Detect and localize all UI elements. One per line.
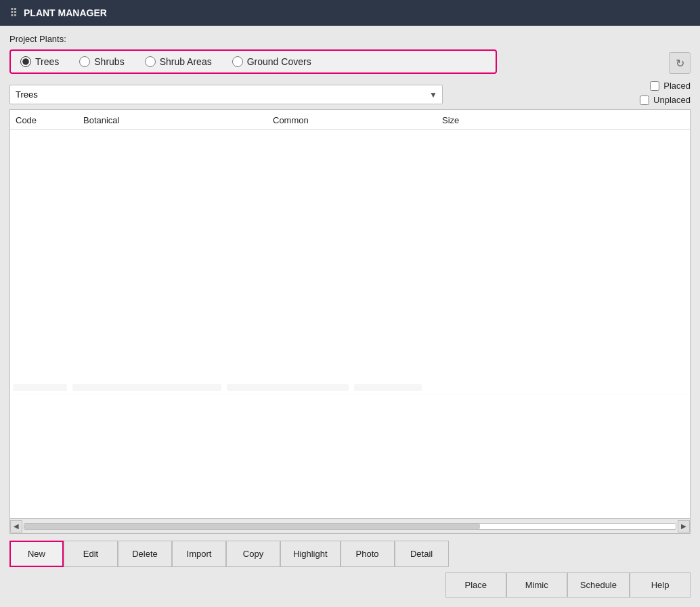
- top-row: Trees Shrubs Shrub Areas Ground Covers: [9, 49, 691, 105]
- import-button[interactable]: Import: [172, 541, 226, 567]
- placed-checkbox[interactable]: [650, 81, 659, 91]
- radio-input-trees[interactable]: [20, 56, 31, 67]
- scroll-track[interactable]: [24, 523, 676, 530]
- radio-input-shrub-areas[interactable]: [145, 56, 156, 67]
- edit-button[interactable]: Edit: [64, 541, 118, 567]
- detail-button[interactable]: Detail: [395, 541, 449, 567]
- radio-label-ground-covers: Ground Covers: [247, 56, 311, 67]
- drag-handle-icon: ⠿: [9, 7, 18, 20]
- col-header-code: Code: [10, 115, 78, 125]
- scroll-left-button[interactable]: ◀: [10, 520, 22, 532]
- dropdown-container: Trees Shrubs Shrub Areas Ground Covers ▼: [9, 85, 443, 104]
- scroll-right-button[interactable]: ▶: [678, 520, 690, 532]
- photo-button[interactable]: Photo: [341, 541, 395, 567]
- radio-input-shrubs[interactable]: [79, 56, 90, 67]
- new-button[interactable]: New: [9, 541, 64, 567]
- left-controls: Trees Shrubs Shrub Areas Ground Covers: [9, 49, 497, 104]
- action-button-row: New Edit Delete Import Copy Highlight Ph…: [9, 541, 691, 567]
- col-header-size: Size: [437, 115, 538, 125]
- main-panel: Project Plants: Trees Shrubs Shrub Areas: [0, 26, 700, 607]
- right-controls: ↻ Placed Unplaced: [640, 52, 691, 105]
- secondary-button-row: Place Mimic Schedule Help: [9, 572, 691, 598]
- faded-table-row: [10, 381, 690, 395]
- copy-button[interactable]: Copy: [226, 541, 280, 567]
- radio-label-shrubs: Shrubs: [94, 56, 124, 67]
- scroll-thumb: [24, 524, 480, 529]
- title-bar: ⠿ PLANT MANAGER: [0, 0, 700, 26]
- plant-type-dropdown[interactable]: Trees Shrubs Shrub Areas Ground Covers: [9, 85, 443, 104]
- plant-table: Code Botanical Common Size: [9, 109, 691, 519]
- radio-group-container: Trees Shrubs Shrub Areas Ground Covers: [9, 49, 497, 74]
- refresh-button[interactable]: ↻: [669, 52, 691, 74]
- unplaced-checkbox[interactable]: [640, 96, 649, 105]
- project-plants-label: Project Plants:: [9, 34, 691, 44]
- placed-label: Placed: [663, 81, 691, 91]
- highlight-button[interactable]: Highlight: [280, 541, 341, 567]
- placed-checkbox-row: Placed: [650, 81, 691, 91]
- app-title: PLANT MANAGER: [24, 7, 107, 18]
- col-header-botanical: Botanical: [78, 115, 267, 125]
- radio-label-shrub-areas: Shrub Areas: [160, 56, 212, 67]
- mimic-button[interactable]: Mimic: [506, 572, 567, 598]
- radio-ground-covers[interactable]: Ground Covers: [232, 56, 311, 67]
- horizontal-scrollbar[interactable]: ◀ ▶: [9, 519, 691, 534]
- schedule-button[interactable]: Schedule: [567, 572, 630, 598]
- unplaced-checkbox-row: Unplaced: [640, 95, 691, 105]
- table-header: Code Botanical Common Size: [10, 110, 690, 130]
- radio-shrub-areas[interactable]: Shrub Areas: [145, 56, 212, 67]
- unplaced-label: Unplaced: [653, 95, 691, 105]
- table-body[interactable]: [10, 130, 690, 518]
- help-button[interactable]: Help: [630, 572, 691, 598]
- radio-input-ground-covers[interactable]: [232, 56, 243, 67]
- col-header-common: Common: [267, 115, 437, 125]
- radio-trees[interactable]: Trees: [20, 56, 59, 67]
- place-button[interactable]: Place: [445, 572, 506, 598]
- radio-shrubs[interactable]: Shrubs: [79, 56, 124, 67]
- delete-button[interactable]: Delete: [118, 541, 172, 567]
- radio-label-trees: Trees: [35, 56, 59, 67]
